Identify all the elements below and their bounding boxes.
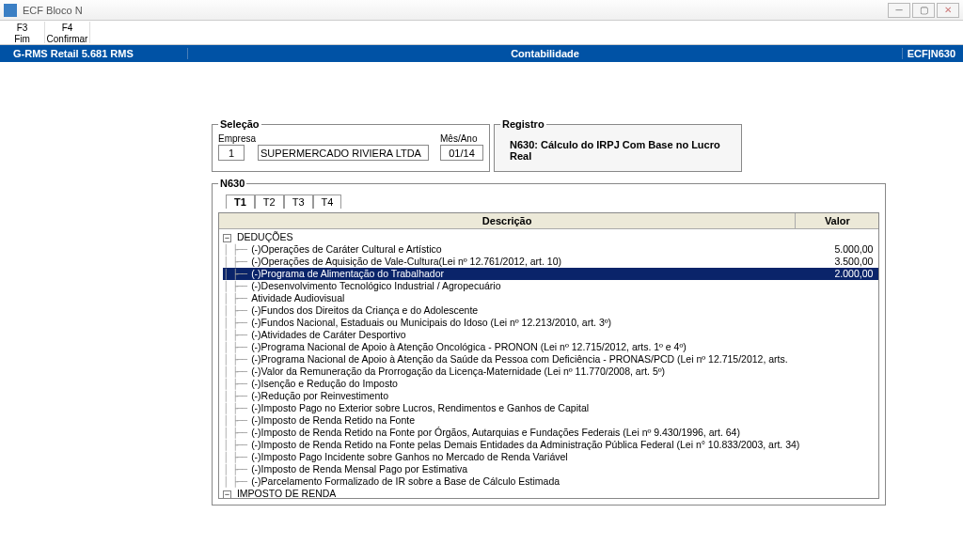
maximize-button[interactable]: ▢ — [912, 3, 935, 18]
registro-text: N630: Cálculo do IRPJ Com Base no Lucro … — [500, 133, 735, 165]
column-header-valor[interactable]: Valor — [796, 213, 878, 228]
app-version: G-RMS Retail 5.681 RMS — [0, 48, 188, 59]
tab-t1[interactable]: T1 — [226, 194, 255, 209]
fn-f3-fim[interactable]: F3 Fim — [0, 22, 45, 43]
tree-item[interactable]: │ ├── (-)Fundos Nacional, Estaduais ou M… — [223, 317, 878, 329]
tab-t4[interactable]: T4 — [313, 194, 342, 209]
tree-item[interactable]: │ ├── (-)Programa Nacional de Apoio à At… — [223, 341, 878, 353]
tree-item[interactable]: │ ├── (-)Programa Nacional de Apoio à At… — [223, 353, 878, 366]
tab-t2[interactable]: T2 — [255, 194, 284, 209]
tree-item[interactable]: │ ├── (-)Programa de Alimentação do Trab… — [223, 268, 878, 280]
tree-item[interactable]: │ ├── (-)Imposto Pago Incidente sobre Ga… — [223, 451, 878, 463]
module-name: Contabilidade — [188, 48, 902, 59]
tree-item[interactable]: │ ├── (-)Parcelamento Formalizado de IR … — [223, 475, 878, 488]
status-bar: G-RMS Retail 5.681 RMS Contabilidade ECF… — [0, 45, 963, 62]
tab-t3[interactable]: T3 — [284, 194, 313, 209]
n630-fieldset: N630 T1 T2 T3 T4 Descrição Valor − DEDUÇ… — [212, 178, 886, 506]
empresa-label: Empresa — [218, 133, 256, 144]
minimize-button[interactable]: ─ — [888, 3, 910, 18]
tree-item[interactable]: │ ├── (-)Redução por Reinvestimento — [223, 390, 878, 402]
tree-grid: Descrição Valor − DEDUÇÕES │ ├── (-)Oper… — [218, 212, 879, 499]
tree-body[interactable]: − DEDUÇÕES │ ├── (-)Operações de Caráter… — [219, 229, 878, 498]
tree-item[interactable]: │ ├── (-)Desenvolvimento Tecnológico Ind… — [223, 280, 878, 292]
function-key-bar: F3 Fim F4 Confirmar — [0, 21, 963, 45]
app-icon — [4, 4, 17, 17]
tree-item[interactable]: │ ├── (-)Operações de Caráter Cultural e… — [223, 243, 878, 256]
mesano-input[interactable] — [440, 145, 483, 161]
tree-item[interactable]: │ ├── (-)Imposto Pago no Exterior sobre … — [223, 402, 878, 414]
tree-group[interactable]: − DEDUÇÕES — [223, 231, 878, 243]
tree-item[interactable]: │ ├── (-)Atividades de Caráter Desportiv… — [223, 329, 878, 341]
tree-item[interactable]: │ ├── (-)Imposto de Renda Retido na Font… — [223, 414, 878, 427]
window-titlebar: ECF Bloco N ─ ▢ ✕ — [0, 0, 963, 21]
registro-fieldset: Registro N630: Cálculo do IRPJ Com Base … — [494, 118, 742, 172]
selecao-fieldset: Seleção Empresa Mês/Ano — [212, 118, 490, 172]
tree-item[interactable]: │ ├── Atividade Audiovisual — [223, 292, 878, 304]
window-title: ECF Bloco N — [23, 5, 83, 16]
tree-item[interactable]: │ ├── (-)Isenção e Redução do Imposto — [223, 378, 878, 390]
registro-legend: Registro — [500, 118, 546, 130]
tree-item[interactable]: │ ├── (-)Imposto de Renda Retido na Font… — [223, 439, 878, 451]
tree-item[interactable]: │ ├── (-)Imposto de Renda Mensal Pago po… — [223, 463, 878, 475]
mesano-label: Mês/Ano — [440, 133, 483, 144]
close-button[interactable]: ✕ — [937, 3, 959, 18]
expand-toggle-icon[interactable]: − — [223, 234, 231, 242]
n630-legend: N630 — [218, 178, 246, 189]
tree-item[interactable]: │ ├── (-)Valor da Remuneração da Prorrog… — [223, 366, 878, 378]
selecao-legend: Seleção — [218, 118, 261, 130]
tree-item[interactable]: │ ├── (-)Imposto de Renda Retido na Font… — [223, 427, 878, 439]
tree-item[interactable]: │ ├── (-)Fundos dos Direitos da Criança … — [223, 304, 878, 317]
tab-strip: T1 T2 T3 T4 — [226, 194, 879, 209]
tree-group[interactable]: − IMPOSTO DE RENDA — [223, 488, 878, 498]
empresa-name-input[interactable] — [258, 145, 429, 161]
expand-toggle-icon[interactable]: − — [223, 490, 231, 498]
column-header-descricao[interactable]: Descrição — [219, 213, 796, 228]
fn-f4-confirmar[interactable]: F4 Confirmar — [45, 22, 90, 43]
tree-item[interactable]: │ ├── (-)Operações de Aquisição de Vale-… — [223, 256, 878, 268]
screen-code: ECF|N630 — [902, 48, 963, 59]
empresa-code-input[interactable] — [218, 145, 245, 161]
